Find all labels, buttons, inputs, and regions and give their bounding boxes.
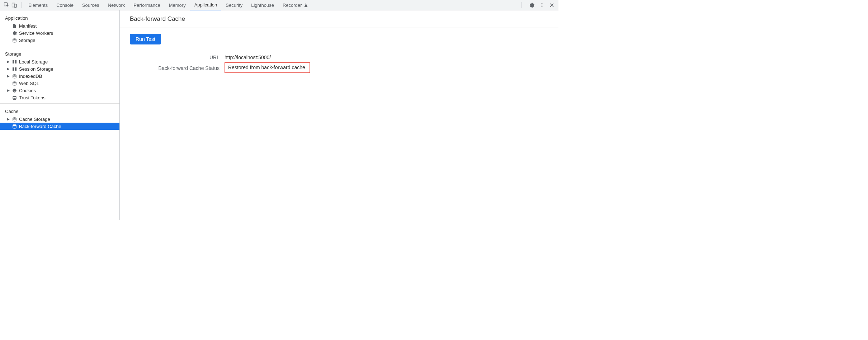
svg-point-5 <box>542 6 543 7</box>
svg-point-21 <box>15 91 16 91</box>
sidebar-item-manifest[interactable]: Manifest <box>0 22 119 29</box>
sidebar-item-websql[interactable]: Web SQL <box>0 80 119 87</box>
svg-point-22 <box>13 96 16 97</box>
tab-label: Security <box>226 3 242 8</box>
tabbar-right-tools <box>516 2 557 8</box>
tab-application[interactable]: Application <box>190 0 222 10</box>
expand-icon[interactable]: ▶ <box>6 67 10 71</box>
status-value: Restored from back-forward cache <box>228 65 305 70</box>
main-panel: Application Manifest Service Workers Sto… <box>0 10 558 220</box>
expand-icon[interactable]: ▶ <box>6 89 10 92</box>
database-icon <box>12 74 17 79</box>
sidebar-item-cookies[interactable]: ▶ Cookies <box>0 87 119 94</box>
sidebar-section-cache: Cache <box>0 106 119 115</box>
sidebar-item-label: Service Workers <box>19 30 53 36</box>
tab-label: Lighthouse <box>251 3 274 8</box>
svg-point-16 <box>13 81 16 83</box>
sidebar-section-storage: Storage <box>0 48 119 58</box>
sidebar-item-back-forward-cache[interactable]: Back-forward Cache <box>0 123 119 130</box>
flask-icon <box>304 3 308 7</box>
device-toggle-icon[interactable] <box>11 2 17 8</box>
svg-rect-12 <box>15 67 16 69</box>
tab-console[interactable]: Console <box>52 0 78 10</box>
expand-icon[interactable]: ▶ <box>6 117 10 121</box>
tab-elements[interactable]: Elements <box>24 0 52 10</box>
content-panel: Back-forward Cache Run Test URL http://l… <box>120 10 558 220</box>
tabbar-divider <box>22 2 22 8</box>
sidebar-section-application: Application <box>0 13 119 22</box>
tab-label: Performance <box>133 3 160 8</box>
svg-point-24 <box>13 124 16 126</box>
inspect-icon[interactable] <box>4 2 9 8</box>
table-icon <box>12 67 17 71</box>
url-value: http://localhost:5000/ <box>225 53 548 60</box>
sidebar-item-label: Web SQL <box>19 81 39 86</box>
tab-label: Sources <box>82 3 99 8</box>
content-header: Back-forward Cache <box>120 10 558 28</box>
devtools-tabbar: Elements Console Sources Network Perform… <box>0 0 558 10</box>
svg-point-4 <box>542 5 543 6</box>
expand-icon[interactable]: ▶ <box>6 74 10 78</box>
close-icon[interactable] <box>549 3 554 8</box>
info-grid: URL http://localhost:5000/ Back-forward … <box>130 53 548 73</box>
expand-icon[interactable]: ▶ <box>6 60 10 63</box>
svg-rect-13 <box>13 69 14 71</box>
tabbar-divider <box>522 2 522 8</box>
sidebar-item-cache-storage[interactable]: ▶ Cache Storage <box>0 115 119 123</box>
sidebar-item-label: Trust Tokens <box>19 95 46 100</box>
svg-rect-7 <box>13 60 14 62</box>
sidebar-item-label: Cookies <box>19 88 36 93</box>
tab-performance[interactable]: Performance <box>129 0 164 10</box>
svg-rect-9 <box>13 62 14 63</box>
sidebar-item-label: IndexedDB <box>19 74 42 79</box>
tab-lighthouse[interactable]: Lighthouse <box>247 0 278 10</box>
run-test-button[interactable]: Run Test <box>130 34 161 44</box>
cookie-icon <box>12 88 17 93</box>
status-highlight: Restored from back-forward cache <box>225 62 310 73</box>
svg-point-17 <box>13 89 16 93</box>
application-sidebar: Application Manifest Service Workers Sto… <box>0 10 120 220</box>
svg-rect-10 <box>15 62 16 63</box>
svg-rect-2 <box>14 4 16 8</box>
sidebar-item-label: Manifest <box>19 23 37 29</box>
tab-security[interactable]: Security <box>221 0 247 10</box>
status-cell: Restored from back-forward cache <box>225 63 548 73</box>
tabbar-left-tools <box>1 2 19 8</box>
sidebar-separator <box>0 46 119 46</box>
sidebar-item-label: Cache Storage <box>19 117 50 122</box>
sidebar-item-indexeddb[interactable]: ▶ IndexedDB <box>0 72 119 80</box>
sidebar-item-session-storage[interactable]: ▶ Session Storage <box>0 65 119 72</box>
svg-rect-11 <box>13 67 14 69</box>
tab-label: Console <box>56 3 74 8</box>
gear-icon[interactable] <box>529 3 534 8</box>
sidebar-item-trust-tokens[interactable]: Trust Tokens <box>0 94 119 101</box>
database-icon <box>12 38 17 43</box>
kebab-menu-icon[interactable] <box>539 3 544 8</box>
table-icon <box>12 60 17 64</box>
status-label: Back-forward Cache Status <box>130 63 220 71</box>
database-icon <box>12 124 17 129</box>
tab-sources[interactable]: Sources <box>78 0 104 10</box>
sidebar-item-service-workers[interactable]: Service Workers <box>0 29 119 37</box>
database-icon <box>12 95 17 100</box>
sidebar-item-label: Storage <box>19 38 36 43</box>
tab-label: Network <box>108 3 125 8</box>
tab-memory[interactable]: Memory <box>165 0 190 10</box>
svg-point-23 <box>13 117 16 119</box>
sidebar-item-local-storage[interactable]: ▶ Local Storage <box>0 58 119 65</box>
page-title: Back-forward Cache <box>130 15 548 23</box>
tab-recorder[interactable]: Recorder <box>278 0 312 10</box>
tab-network[interactable]: Network <box>104 0 129 10</box>
sidebar-item-storage-overview[interactable]: Storage <box>0 37 119 44</box>
database-icon <box>12 117 17 122</box>
sidebar-item-label: Back-forward Cache <box>19 124 61 129</box>
tab-label: Memory <box>169 3 186 8</box>
svg-point-20 <box>14 91 15 91</box>
sidebar-separator <box>0 103 119 104</box>
svg-point-3 <box>542 3 543 4</box>
svg-point-18 <box>14 90 14 90</box>
document-icon <box>12 24 17 28</box>
svg-point-19 <box>15 89 15 90</box>
url-label: URL <box>130 53 220 60</box>
sidebar-item-label: Session Storage <box>19 66 53 72</box>
